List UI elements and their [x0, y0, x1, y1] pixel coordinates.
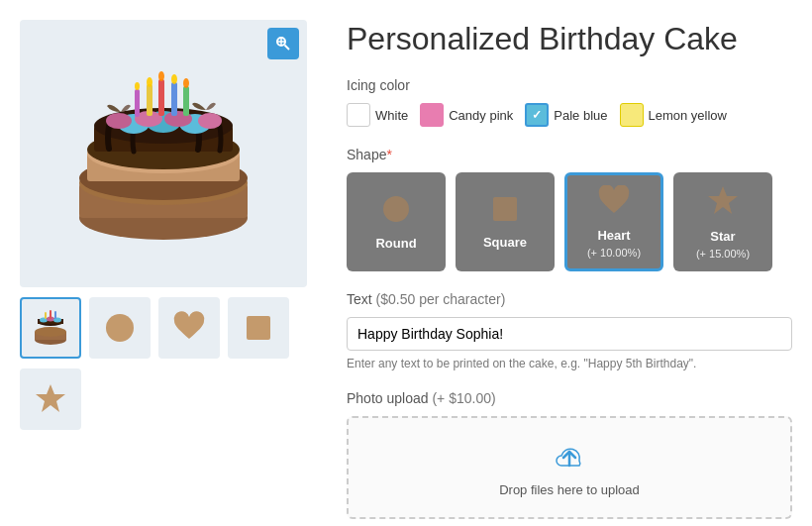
svg-rect-24: [135, 89, 140, 117]
svg-rect-21: [158, 79, 164, 116]
shape-label: Shape*: [347, 147, 792, 162]
thumb-square-icon: [240, 309, 277, 347]
upload-drop-label: Drop files here to upload: [499, 482, 640, 497]
color-swatch-candy-pink: [420, 103, 444, 127]
svg-marker-46: [708, 186, 738, 214]
svg-point-28: [183, 78, 189, 88]
svg-rect-42: [247, 316, 270, 340]
svg-line-1: [285, 46, 290, 51]
heart-shape-label: Heart: [597, 228, 630, 243]
svg-rect-40: [54, 311, 56, 319]
star-shape-icon: [706, 184, 740, 225]
color-label-white: White: [375, 108, 408, 123]
svg-point-29: [135, 82, 140, 90]
thumbnail-row-2: [20, 368, 317, 430]
round-shape-label: Round: [375, 236, 416, 251]
svg-point-16: [106, 113, 132, 129]
color-option-white[interactable]: White: [347, 103, 408, 127]
shape-options: Round Square Heart (+ 10.00%): [347, 172, 792, 271]
cake-illustration: [59, 54, 267, 253]
text-section-label: Text ($0.50 per character): [347, 291, 792, 307]
svg-point-25: [147, 77, 152, 87]
thumb-star-icon: [32, 380, 69, 418]
svg-rect-39: [50, 310, 51, 319]
text-hint: Enter any text to be printed on the cake…: [347, 357, 792, 370]
color-swatch-white: [347, 103, 370, 127]
upload-cloud-icon: [552, 438, 587, 474]
product-title: Personalized Birthday Cake: [347, 20, 792, 57]
text-input-field[interactable]: [347, 317, 792, 351]
thumbnail-square[interactable]: [228, 297, 289, 359]
svg-marker-43: [36, 384, 65, 412]
color-option-pale-blue[interactable]: ✓ Pale blue: [525, 103, 607, 127]
text-section: Text ($0.50 per character) Enter any tex…: [347, 291, 792, 370]
svg-rect-45: [493, 197, 517, 221]
color-options: White Candy pink ✓ Pale blue Lemo: [347, 103, 792, 127]
heart-shape-price: (+ 10.00%): [587, 247, 641, 259]
svg-point-27: [171, 74, 177, 84]
round-shape-icon: [380, 193, 412, 232]
square-shape-label: Square: [483, 235, 527, 250]
svg-point-44: [383, 196, 409, 222]
thumb-heart-icon: [170, 309, 208, 347]
main-product-image: [20, 20, 307, 287]
svg-rect-38: [45, 312, 47, 319]
shape-card-square[interactable]: Square: [456, 172, 555, 271]
upload-price-note: (+ $10.00): [432, 390, 495, 406]
star-shape-price: (+ 15.00%): [696, 248, 750, 260]
icing-section: Icing color White Candy pink ✓ Pale: [347, 77, 792, 127]
left-column: [20, 20, 317, 526]
svg-rect-20: [147, 84, 152, 116]
color-option-candy-pink[interactable]: Candy pink: [420, 103, 513, 127]
color-label-lemon-yellow: Lemon yellow: [649, 108, 728, 123]
color-option-lemon-yellow[interactable]: Lemon yellow: [620, 103, 728, 127]
zoom-button[interactable]: [267, 28, 299, 59]
right-column: Personalized Birthday Cake Icing color W…: [347, 20, 792, 526]
upload-dropzone[interactable]: Drop files here to upload: [347, 416, 792, 519]
required-indicator: *: [386, 147, 391, 162]
svg-point-19: [198, 113, 222, 129]
svg-rect-23: [183, 86, 189, 116]
svg-point-32: [35, 327, 66, 337]
thumbnail-round[interactable]: [89, 297, 151, 359]
upload-section: Photo upload (+ $10.00) Drop files here …: [347, 390, 792, 526]
thumb-cake-icon: [31, 308, 70, 348]
color-label-candy-pink: Candy pink: [449, 108, 513, 123]
shape-section: Shape* Round Square: [347, 147, 792, 271]
shape-card-round[interactable]: Round: [347, 172, 446, 271]
color-label-pale-blue: Pale blue: [554, 108, 607, 123]
icing-label: Icing color: [347, 77, 792, 93]
text-price-note: ($0.50 per character): [376, 291, 506, 307]
heart-shape-icon: [597, 185, 631, 224]
shape-card-heart[interactable]: Heart (+ 10.00%): [564, 172, 663, 271]
thumbnail-cake[interactable]: [20, 297, 81, 359]
star-shape-label: Star: [710, 229, 735, 244]
upload-section-label: Photo upload (+ $10.00): [347, 390, 792, 406]
svg-point-26: [158, 71, 164, 81]
square-shape-icon: [490, 194, 520, 231]
thumbnail-heart[interactable]: [158, 297, 220, 359]
color-swatch-lemon-yellow: [620, 103, 644, 127]
color-swatch-pale-blue: ✓: [525, 103, 549, 127]
thumbnail-star[interactable]: [20, 368, 81, 430]
thumb-round-icon: [101, 309, 139, 347]
shape-card-star[interactable]: Star (+ 15.00%): [673, 172, 772, 271]
thumbnail-row-1: [20, 297, 317, 359]
svg-point-41: [106, 314, 134, 342]
svg-rect-22: [171, 82, 177, 116]
